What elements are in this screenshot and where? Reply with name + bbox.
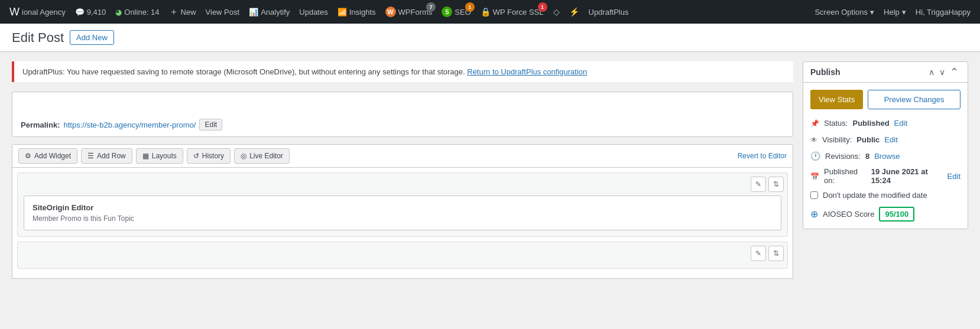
aioseo-label: AIOSEO Score — [823, 210, 874, 219]
page-wrapper: Edit Post Add New UpdraftPlus: You have … — [0, 24, 980, 329]
widget-move-button[interactable] — [768, 177, 784, 192]
seo-badge: 1 — [465, 2, 475, 12]
visibility-edit-link[interactable]: Edit — [884, 135, 897, 144]
admin-bar-view-post[interactable]: View Post — [201, 0, 245, 24]
notice-text: UpdraftPlus: You have requested saving t… — [22, 67, 465, 76]
widget-move-button-2[interactable] — [768, 246, 784, 261]
publish-meta-box-body: View Stats Preview Changes Status: Publi… — [803, 83, 968, 229]
main-content: UpdraftPlus: You have requested saving t… — [12, 61, 793, 279]
revisions-row: Revisions: 8 Browse — [810, 151, 960, 161]
siteorigin-subtitle: Member Promo is this Fun Topic — [33, 214, 773, 223]
history-icon — [193, 152, 199, 160]
status-value: Published — [852, 119, 889, 128]
dont-update-row: Don't update the modified date — [810, 191, 960, 200]
subheader-left: Edit Post Add New — [12, 30, 114, 45]
status-label: Status: — [824, 119, 848, 128]
siteorigin-block: SiteOrigin Editor Member Promo is this F… — [24, 196, 781, 230]
gear-icon — [25, 152, 31, 160]
published-on-icon — [810, 171, 819, 181]
admin-bar-right: Screen Options Help Hi, TriggaHappy — [810, 0, 975, 24]
widget-area-2 — [17, 242, 788, 269]
wpforms-badge: 7 — [426, 2, 436, 12]
widget-edit-button[interactable] — [751, 177, 766, 192]
comment-icon: 💬 — [75, 8, 85, 17]
publish-meta-box-header: Publish ⌃ — [803, 62, 968, 83]
editor-toolbar-left: Add Widget Add Row Layouts History — [18, 148, 290, 164]
history-button[interactable]: History — [187, 148, 231, 164]
add-widget-button[interactable]: Add Widget — [18, 148, 77, 164]
visibility-row: Visibility: Public Edit — [810, 134, 960, 145]
siteorigin-title: SiteOrigin Editor — [33, 203, 773, 212]
editor-content: SiteOrigin Editor Member Promo is this F… — [12, 168, 793, 279]
pencil-icon-2 — [755, 249, 761, 258]
admin-bar-help[interactable]: Help — [879, 0, 911, 24]
admin-bar-wp-force-ssl[interactable]: 🔒 WP Force SSL 1 — [476, 0, 549, 24]
widget-edit-button-2[interactable] — [751, 246, 766, 261]
admin-bar-divi[interactable]: ◇ — [549, 0, 564, 24]
add-new-button[interactable]: Add New — [70, 30, 114, 45]
admin-bar-analytify[interactable]: 📊 Analytify — [244, 0, 294, 24]
admin-bar-screen-options[interactable]: Screen Options — [810, 0, 879, 24]
revisions-browse-link[interactable]: Browse — [874, 152, 900, 161]
published-on-row: Published on: 19 June 2021 at 15:24 Edit — [810, 167, 960, 185]
lightning-icon: ⚡ — [569, 7, 579, 17]
published-on-edit-link[interactable]: Edit — [947, 172, 960, 181]
notice-warning: UpdraftPlus: You have requested saving t… — [12, 61, 793, 82]
admin-bar-site[interactable]: W ional Agency — [5, 0, 70, 24]
layouts-button[interactable]: Layouts — [136, 148, 183, 164]
layout-icon — [142, 152, 149, 160]
ssl-badge: 1 — [538, 2, 547, 12]
collapse-up-button[interactable] — [927, 67, 936, 77]
page-title: Edit Post — [12, 30, 64, 45]
widget-action-bar-2 — [21, 246, 784, 261]
aioseo-row: AIOSEO Score 95/100 — [810, 207, 960, 221]
post-title-box: Permalink: https://ste-b2b.agency/member… — [12, 92, 793, 137]
sidebar: Publish ⌃ View Stats Preview Ch — [803, 61, 968, 229]
admin-bar-wpforms[interactable]: W WPForms 7 — [381, 0, 437, 24]
status-edit-link[interactable]: Edit — [894, 119, 907, 128]
post-title-input[interactable] — [21, 98, 784, 114]
view-stats-button[interactable]: View Stats — [810, 90, 863, 109]
collapse-toggle-button[interactable]: ⌃ — [948, 67, 960, 77]
pencil-icon — [755, 180, 761, 188]
add-row-button[interactable]: Add Row — [81, 148, 132, 164]
admin-bar-updates[interactable]: Updates — [294, 0, 332, 24]
admin-bar-user[interactable]: Hi, TriggaHappy — [911, 0, 975, 24]
visibility-label: Visibility: — [822, 135, 852, 144]
published-on-label: Published on: — [824, 167, 867, 185]
preview-changes-button[interactable]: Preview Changes — [868, 90, 960, 109]
visibility-icon — [810, 134, 817, 145]
admin-bar-online[interactable]: ◕ Online: 14 — [111, 0, 164, 24]
live-editor-button[interactable]: Live Editor — [234, 148, 290, 164]
move-icon-2 — [773, 249, 779, 258]
wpforms-icon: W — [385, 6, 396, 17]
status-icon — [810, 118, 819, 128]
revert-to-editor-link[interactable]: Revert to Editor — [738, 152, 787, 160]
ssl-icon: 🔒 — [481, 7, 491, 17]
notice-link[interactable]: Return to UpdraftPlus configuration — [467, 67, 587, 76]
admin-bar-insights[interactable]: 📶 Insights — [333, 0, 381, 24]
live-editor-icon — [241, 152, 246, 160]
publish-actions: View Stats Preview Changes — [810, 90, 960, 109]
pie-icon: ◕ — [115, 8, 122, 17]
screen-options-caret — [870, 8, 874, 17]
permalink-url[interactable]: https://ste-b2b.agency/member-promo/ — [63, 120, 196, 129]
chevron-down-icon — [939, 67, 945, 77]
seo-icon: S — [442, 6, 452, 17]
admin-bar-seo[interactable]: S SEO 1 — [437, 0, 475, 24]
divi-icon: ◇ — [553, 7, 560, 17]
admin-bar-updraftplus[interactable]: UpdraftPlus — [584, 0, 634, 24]
widget-area: SiteOrigin Editor Member Promo is this F… — [17, 172, 788, 237]
visibility-value: Public — [856, 135, 880, 144]
admin-bar-comments[interactable]: 💬 9,410 — [70, 0, 111, 24]
collapse-down-button[interactable] — [937, 67, 947, 77]
permalink-row: Permalink: https://ste-b2b.agency/member… — [21, 119, 784, 131]
aioseo-icon — [810, 209, 818, 220]
permalink-edit-button[interactable]: Edit — [199, 119, 222, 131]
admin-bar-new[interactable]: ＋ New — [164, 0, 201, 24]
analytify-icon: 📊 — [249, 8, 258, 17]
dont-update-checkbox[interactable] — [810, 191, 818, 199]
admin-bar-lightning[interactable]: ⚡ — [564, 0, 584, 24]
aioseo-score: 95/100 — [879, 207, 914, 221]
chevron-up-icon — [929, 67, 934, 77]
